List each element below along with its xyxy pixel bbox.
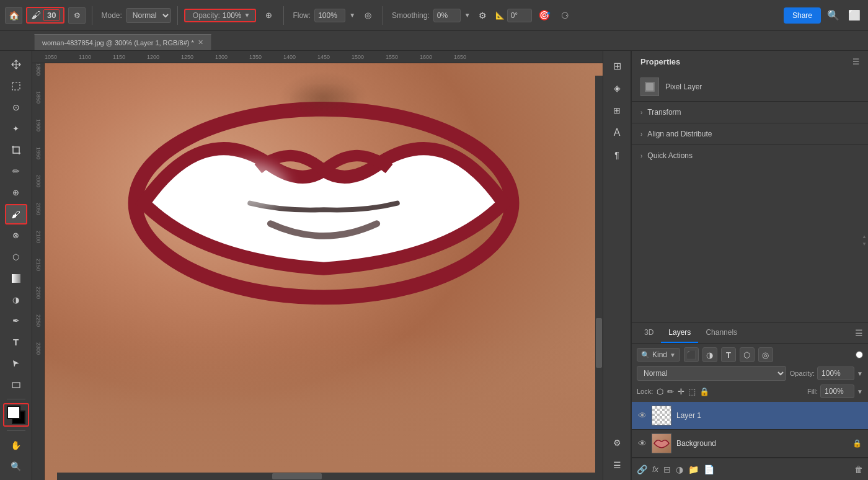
kind-filter-wrapper[interactable]: 🔍 Kind ▼ [637,348,680,362]
layer-item-background[interactable]: 👁 Background 🔒 [632,430,868,458]
lasso-tool-button[interactable]: ⊙ [5,97,27,117]
angle-input[interactable] [507,9,532,22]
tab-layers[interactable]: Layers [661,323,698,343]
smoothing-input[interactable] [433,9,461,22]
layer-opacity-input[interactable] [817,367,854,380]
eraser-tool-button[interactable]: ⬡ [5,247,27,267]
home-button[interactable]: 🏠 [5,7,22,24]
paragraph-button[interactable]: ¶ [607,145,627,165]
smoothing-label: Smoothing: [392,11,430,20]
text-tool-button[interactable]: T [5,332,27,352]
lock-artboard-icon[interactable]: ⬚ [688,387,696,396]
pressure-icon[interactable]: ⊕ [260,7,277,24]
hand-tool-button[interactable]: ✋ [5,435,27,455]
canvas-scroll-v[interactable] [595,76,603,480]
flow-pressure-icon[interactable]: ◎ [359,7,376,24]
adjust-filter-icon[interactable]: ◑ [702,347,717,362]
layers-panel-button[interactable]: ⊞ [607,56,627,76]
search-icon[interactable]: 🔍 [825,7,842,24]
dodge-tool-button[interactable]: ◑ [5,290,27,309]
target-icon[interactable]: 🎯 [536,7,553,24]
fx-icon[interactable]: fx [652,464,658,474]
ruler-mark-1600: 1600 [420,54,432,60]
window-icon[interactable]: ⬜ [846,7,863,24]
heal-tool-button[interactable]: ⊕ [5,182,27,202]
lock-all-icon[interactable]: 🔒 [699,387,709,396]
background-visibility-icon[interactable]: 👁 [638,438,647,448]
svg-rect-6 [646,83,653,91]
wand-tool-button[interactable]: ✦ [5,118,27,138]
shape-filter-icon[interactable]: ⬡ [740,347,755,362]
share-button[interactable]: Share [784,7,821,24]
eyedropper-tool-button[interactable]: ✏ [5,161,27,181]
path-select-button[interactable] [5,353,27,373]
kind-label: Kind [652,350,667,359]
tab-channels[interactable]: Channels [698,323,745,343]
pen-tool-button[interactable]: ✒ [5,311,27,331]
tab-3d[interactable]: 3D [637,323,661,343]
canvas-scroll-thumb-v[interactable] [596,318,602,368]
shape-tool-button[interactable] [5,375,27,394]
clone-tool-button[interactable]: ⊗ [5,226,27,246]
ruler-mark-1250: 1250 [181,54,193,60]
crop-tool-button[interactable] [5,140,27,160]
text-filter-icon[interactable]: T [721,347,736,362]
layers-panel-menu-button[interactable]: ☰ [855,328,863,338]
canvas-content[interactable] [45,63,603,480]
quick-actions-header[interactable]: › Quick Actions [632,145,868,166]
delete-layer-icon[interactable]: 🗑 [854,464,863,474]
ruler-v-2050: 2050 [35,203,42,215]
opacity-dropdown-icon[interactable]: ▼ [244,12,250,19]
canvas-image-area[interactable] [45,63,603,480]
brush-tool-button[interactable]: 🖌 [5,204,27,224]
fill-dropdown-icon[interactable]: ▼ [857,388,863,395]
zoom-tool-button[interactable]: 🔍 [5,456,27,476]
file-tab[interactable]: woman-4837854.jpg @ 300% (Layer 1, RGB/8… [34,34,211,50]
transform-header[interactable]: › Transform [632,102,868,123]
marquee-tool-button[interactable] [5,76,27,96]
canvas-scroll-h[interactable] [57,473,595,480]
add-link-icon[interactable]: 🔗 [637,464,647,474]
lock-pixels-icon[interactable]: ✏ [667,387,674,396]
properties-menu-icon[interactable]: ☰ [852,58,859,66]
settings-icon[interactable]: ⚙ [474,7,492,24]
foreground-background-colors[interactable] [3,403,29,427]
adjustments-button[interactable]: ◈ [607,78,627,98]
align-distribute-header[interactable]: › Align and Distribute [632,123,868,144]
smart-filter-icon[interactable]: ◎ [758,347,773,362]
flow-input[interactable] [314,9,345,22]
layer-opacity-label: Opacity: [790,370,815,377]
canvas-area: 1050 1100 1150 1200 1250 1300 1350 1400 … [32,51,603,480]
add-group-icon[interactable]: 📁 [688,464,699,474]
brush-settings-button[interactable]: ⚙ [68,7,86,24]
layer-opacity-ctrl: Opacity: ▼ [790,367,863,380]
lock-position-icon[interactable]: ✛ [678,387,684,396]
settings-panel-button[interactable]: ☰ [607,455,627,475]
gradient-tool-button[interactable] [5,268,27,288]
smoothing-dropdown-icon[interactable]: ▼ [464,12,471,19]
character-button[interactable]: A [607,123,627,143]
lock-transparency-icon[interactable]: ⬡ [657,387,663,396]
canvas-scroll-thumb-h[interactable] [272,473,322,479]
pixel-filter-icon[interactable]: ⬛ [684,347,699,362]
layer-opacity-dropdown-icon[interactable]: ▼ [857,370,863,377]
tab-close-button[interactable]: ✕ [198,38,203,47]
symmetry-icon[interactable]: ⚆ [557,7,574,24]
foreground-color[interactable] [7,406,20,419]
add-mask-icon[interactable]: ⊟ [663,464,671,474]
fill-input[interactable] [820,384,854,398]
quick-actions-arrow-icon: › [640,153,642,159]
move-tool-button[interactable] [5,55,27,74]
layer-1-name: Layer 1 [676,411,862,420]
add-layer-icon[interactable]: 📄 [704,464,714,474]
blend-mode-select[interactable]: Normal [637,366,786,381]
mode-select[interactable]: Normal [126,8,171,23]
layer-item-1[interactable]: 👁 Layer 1 [632,402,868,430]
tools-button[interactable]: ⚙ [607,433,627,453]
layer-1-visibility-icon[interactable]: 👁 [638,411,647,420]
kind-dropdown-icon[interactable]: ▼ [670,352,676,358]
flow-dropdown-icon[interactable]: ▼ [349,12,355,19]
library-button[interactable]: ⊞ [607,100,627,120]
right-panel: Properties ☰ Pixel Layer › Transform [631,51,868,480]
add-adjustment-icon[interactable]: ◑ [676,464,683,474]
